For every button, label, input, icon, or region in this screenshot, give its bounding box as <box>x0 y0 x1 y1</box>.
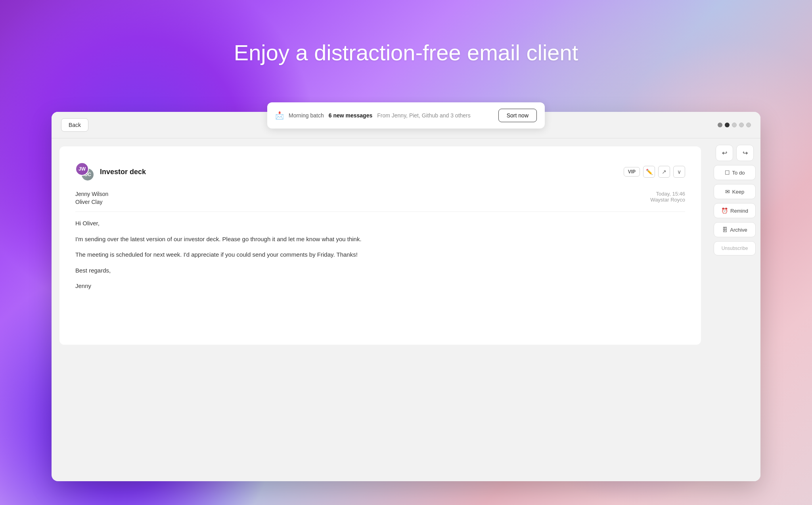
email-header: JW OC Investor deck VIP ✏️ ↗ ∨ <box>75 162 685 181</box>
todo-icon: ☐ <box>725 169 730 176</box>
email-para-2: The meeting is scheduled for next week. … <box>75 250 685 260</box>
window-body: JW OC Investor deck VIP ✏️ ↗ ∨ <box>52 138 760 481</box>
archive-label: Archive <box>730 227 747 233</box>
sort-now-button[interactable]: Sort now <box>498 109 537 122</box>
avatar-1: JW <box>75 162 89 176</box>
keep-icon: ✉ <box>725 188 730 195</box>
email-company: Waystar Royco <box>650 197 685 203</box>
batch-label: Morning batch <box>289 112 324 119</box>
forward-button[interactable]: ↪ <box>736 145 754 161</box>
dot-3 <box>732 123 737 127</box>
sender-names: Jenny Wilson Oliver Clay <box>75 191 108 205</box>
dot-1 <box>718 123 722 127</box>
email-subject: Investor deck <box>100 168 146 176</box>
todo-label: To do <box>732 170 745 176</box>
reply-button[interactable]: ↩ <box>716 145 733 161</box>
sender-name-2: Oliver Clay <box>75 199 108 205</box>
dot-5 <box>746 123 751 127</box>
notification-bar: 📩 Morning batch 6 new messages From Jenn… <box>267 102 545 129</box>
unsubscribe-button[interactable]: Unsubscribe <box>714 241 756 255</box>
email-body: Hi Oliver, I'm sending over the latest v… <box>75 218 685 291</box>
more-icon[interactable]: ∨ <box>673 166 685 178</box>
keep-label: Keep <box>732 189 744 195</box>
sender-info: JW OC Investor deck <box>75 162 146 181</box>
unsubscribe-label: Unsubscribe <box>722 246 748 251</box>
share-icon[interactable]: ↗ <box>658 166 670 178</box>
email-time-info: Today, 15:46 Waystar Royco <box>650 191 685 203</box>
email-tags: VIP ✏️ ↗ ∨ <box>624 166 685 178</box>
email-area: JW OC Investor deck VIP ✏️ ↗ ∨ <box>52 138 709 481</box>
main-window: Back SORT JW OC <box>52 112 760 481</box>
email-sign-2: Jenny <box>75 281 685 291</box>
todo-button[interactable]: ☐ To do <box>714 165 756 180</box>
email-card: JW OC Investor deck VIP ✏️ ↗ ∨ <box>59 146 701 345</box>
avatar: JW OC <box>75 162 94 181</box>
remind-label: Remind <box>730 208 748 214</box>
dot-2 <box>725 123 730 127</box>
from-text: From Jenny, Piet, Github and 3 others <box>377 112 471 119</box>
hero-section: Enjoy a distraction-free email client <box>234 40 578 65</box>
archive-icon: 🗄 <box>722 227 728 233</box>
keep-button[interactable]: ✉ Keep <box>714 184 756 199</box>
forward-icon: ↪ <box>743 149 748 157</box>
email-sign-1: Best regards, <box>75 265 685 276</box>
remind-icon: ⏰ <box>721 207 728 214</box>
reply-icon: ↩ <box>722 149 727 157</box>
sender-name-1: Jenny Wilson <box>75 191 108 197</box>
vip-tag: VIP <box>624 167 640 177</box>
archive-button[interactable]: 🗄 Archive <box>714 222 756 237</box>
edit-icon[interactable]: ✏️ <box>643 166 655 178</box>
email-para-1: I'm sending over the latest version of o… <box>75 234 685 244</box>
action-sidebar: ↩ ↪ ☐ To do ✉ Keep ⏰ Remind <box>709 138 760 481</box>
dot-4 <box>739 123 744 127</box>
reply-forward-row: ↩ ↪ <box>714 145 756 161</box>
hero-title: Enjoy a distraction-free email client <box>234 40 578 65</box>
message-count: 6 new messages <box>329 112 373 119</box>
mail-icon: 📩 <box>275 111 284 120</box>
pagination-dots <box>718 123 751 127</box>
email-meta: Jenny Wilson Oliver Clay Today, 15:46 Wa… <box>75 191 685 212</box>
email-greeting: Hi Oliver, <box>75 218 685 228</box>
back-button[interactable]: Back <box>61 118 88 132</box>
remind-button[interactable]: ⏰ Remind <box>714 203 756 218</box>
email-time: Today, 15:46 <box>650 191 685 197</box>
